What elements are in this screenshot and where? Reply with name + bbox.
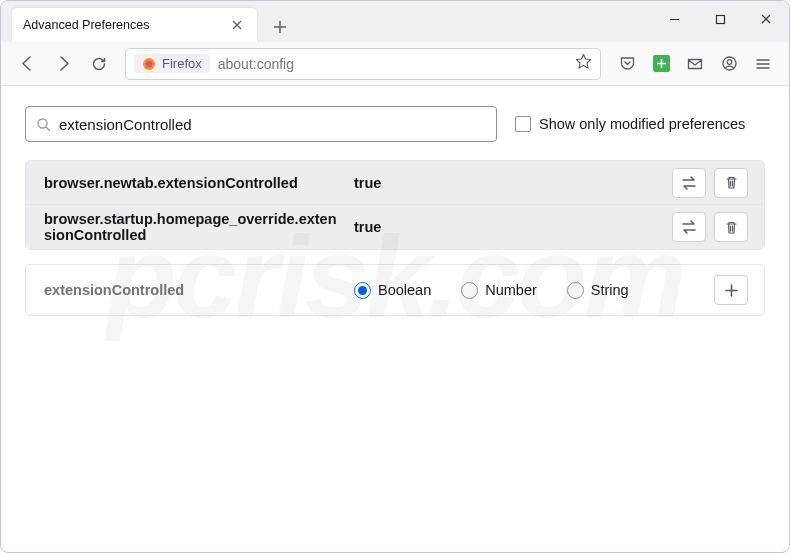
pref-name: browser.newtab.extensionControlled [44,175,354,191]
new-tab-button[interactable] [265,12,295,42]
back-button[interactable] [11,48,43,80]
search-input[interactable] [59,116,486,133]
url-text: about:config [218,56,294,72]
toggle-button[interactable] [672,212,706,242]
pref-value: true [354,175,672,191]
pref-row[interactable]: browser.startup.homepage_override.extens… [26,205,764,249]
forward-button[interactable] [47,48,79,80]
bookmark-star-icon[interactable] [575,53,592,74]
add-pref-row: extensionControlled Boolean Number Strin… [25,264,765,316]
add-button[interactable] [714,275,748,305]
navigation-toolbar: Firefox about:config [1,42,789,86]
svg-point-5 [727,60,732,65]
preference-search-box[interactable] [25,106,497,142]
browser-tab[interactable]: Advanced Preferences [12,8,257,42]
extension-icon[interactable] [645,48,677,80]
pocket-icon[interactable] [611,48,643,80]
identity-label: Firefox [162,56,202,71]
preferences-table: browser.newtab.extensionControlled true … [25,160,765,250]
window-controls [651,1,789,37]
checkbox-icon [515,116,531,132]
type-radio-group: Boolean Number String [354,282,714,299]
toggle-button[interactable] [672,168,706,198]
titlebar: Advanced Preferences [1,1,789,42]
close-window-button[interactable] [743,1,789,37]
pref-row[interactable]: browser.newtab.extensionControlled true [26,161,764,205]
url-bar[interactable]: Firefox about:config [125,48,601,80]
radio-icon [354,282,371,299]
page-content: Show only modified preferences browser.n… [1,86,789,336]
radio-icon [461,282,478,299]
radio-string[interactable]: String [567,282,629,299]
maximize-button[interactable] [697,1,743,37]
site-identity[interactable]: Firefox [134,54,210,73]
radio-boolean[interactable]: Boolean [354,282,431,299]
delete-button[interactable] [714,212,748,242]
svg-point-3 [147,62,151,66]
search-icon [36,117,51,132]
show-modified-checkbox[interactable]: Show only modified preferences [515,116,745,132]
reload-button[interactable] [83,48,115,80]
show-modified-label: Show only modified preferences [539,116,745,132]
menu-icon[interactable] [747,48,779,80]
account-icon[interactable] [713,48,745,80]
svg-rect-0 [716,15,724,23]
add-pref-name: extensionControlled [44,282,354,298]
firefox-icon [142,57,156,71]
tab-title: Advanced Preferences [23,18,228,32]
radio-icon [567,282,584,299]
pref-name: browser.startup.homepage_override.extens… [44,211,354,243]
close-tab-icon[interactable] [228,16,246,34]
pref-value: true [354,219,672,235]
minimize-button[interactable] [651,1,697,37]
mail-icon[interactable] [679,48,711,80]
radio-number[interactable]: Number [461,282,537,299]
delete-button[interactable] [714,168,748,198]
